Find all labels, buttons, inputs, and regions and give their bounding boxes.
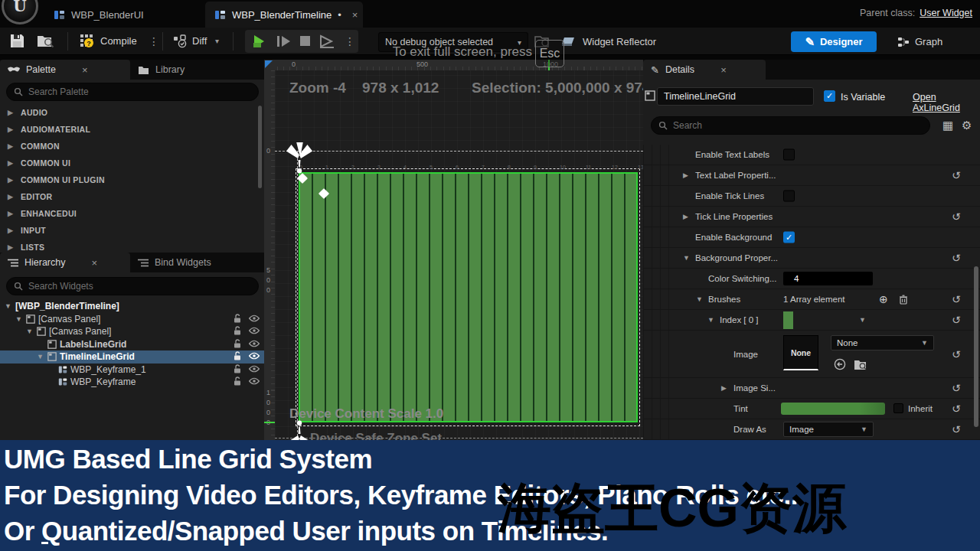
eye-icon[interactable]: [249, 315, 260, 322]
is-variable-checkbox[interactable]: ✓: [824, 90, 835, 102]
tab-library[interactable]: Library: [130, 60, 192, 80]
tab-details[interactable]: ✎ Details ×: [643, 60, 766, 80]
brush-color-swatch[interactable]: [783, 311, 793, 329]
widget-reflector-button[interactable]: Widget Reflector: [562, 31, 656, 52]
stop-button[interactable]: [300, 36, 310, 46]
lock-open-icon[interactable]: [234, 351, 241, 360]
tab-palette[interactable]: Palette ×: [0, 60, 130, 80]
property-value-input[interactable]: 4: [783, 272, 873, 285]
eye-icon[interactable]: [249, 340, 260, 347]
chevron-right-icon[interactable]: ▶: [8, 227, 14, 234]
chevron-down-icon[interactable]: ▼: [683, 254, 690, 262]
chevron-right-icon[interactable]: ▶: [8, 176, 14, 184]
lock-open-icon[interactable]: [234, 377, 241, 386]
hierarchy-row-canvas-panel[interactable]: ▼[Canvas Panel]: [0, 325, 264, 338]
save-button[interactable]: [9, 33, 25, 49]
hierarchy-row-wbp-keyframe-1[interactable]: WBP_Keyframe_1: [0, 364, 264, 377]
parent-class-link[interactable]: User Widget: [920, 8, 972, 18]
hierarchy-row-wbp-blendertimeline[interactable]: ▼[WBP_BlenderTimeline]: [0, 300, 264, 313]
add-element-icon[interactable]: ⊕: [879, 293, 888, 305]
palette-category-input[interactable]: ▶INPUT: [0, 222, 256, 239]
chevron-down-icon[interactable]: ▼: [707, 316, 714, 324]
graph-mode-button[interactable]: Graph: [897, 31, 942, 52]
chevron-right-icon[interactable]: ▶: [8, 159, 14, 167]
eye-icon[interactable]: [249, 365, 260, 373]
compile-button[interactable]: Compile: [100, 35, 137, 47]
reset-to-default-icon[interactable]: ↺: [952, 348, 961, 360]
property-checkbox[interactable]: ✓: [783, 232, 795, 243]
palette-category-editor[interactable]: ▶EDITOR: [0, 188, 256, 205]
lock-open-icon[interactable]: [234, 326, 241, 335]
chevron-right-icon[interactable]: ▶: [8, 109, 14, 116]
property-checkbox[interactable]: [783, 191, 795, 202]
chevron-right-icon[interactable]: ▶: [8, 210, 14, 217]
reset-to-default-icon[interactable]: ↺: [952, 314, 961, 326]
hierarchy-row-canvas-panel[interactable]: ▼[Canvas Panel]: [0, 313, 264, 326]
chevron-right-icon[interactable]: ▶: [8, 142, 14, 150]
tint-color-bar[interactable]: [781, 403, 885, 415]
chevron-down-icon[interactable]: ▼: [15, 315, 22, 323]
browse-asset-button[interactable]: [37, 34, 55, 48]
designer-canvas[interactable]: 05001000 05001000 Zoom -4 978 x 1,012 Se…: [264, 60, 643, 440]
use-selected-asset-icon[interactable]: [834, 358, 846, 370]
chevron-right-icon[interactable]: ▶: [8, 126, 14, 133]
reset-to-default-icon[interactable]: ↺: [952, 382, 961, 394]
chevron-down-icon[interactable]: ▼: [26, 328, 33, 335]
anchor-medallion-top-left[interactable]: [285, 142, 314, 174]
lock-open-icon[interactable]: [234, 339, 241, 348]
frame-skip-button[interactable]: [282, 36, 290, 47]
details-search-input[interactable]: Search: [651, 116, 930, 135]
unreal-logo[interactable]: U: [2, 0, 38, 24]
palette-category-enhancedui[interactable]: ▶ENHANCEDUI: [0, 205, 256, 222]
reset-to-default-icon[interactable]: ↺: [952, 293, 961, 305]
palette-category-common-ui[interactable]: ▶COMMON UI: [0, 155, 256, 171]
designer-mode-button[interactable]: ✎ Designer: [791, 31, 877, 52]
chevron-down-icon[interactable]: ▼: [37, 353, 44, 360]
eye-icon[interactable]: [249, 327, 260, 334]
palette-category-audio[interactable]: ▶AUDIO: [0, 104, 256, 121]
widget-name-input[interactable]: TimelineLineGrid: [657, 87, 814, 106]
chevron-right-icon[interactable]: ▶: [8, 243, 14, 251]
inherit-checkbox[interactable]: [893, 403, 903, 413]
reset-to-default-icon[interactable]: ↺: [952, 252, 961, 264]
chevron-down-icon[interactable]: ▼: [5, 302, 11, 310]
trash-icon[interactable]: [899, 295, 908, 305]
property-matrix-icon[interactable]: ▦: [942, 119, 953, 132]
close-icon[interactable]: ×: [720, 64, 727, 76]
chevron-right-icon[interactable]: ▶: [721, 384, 727, 392]
reset-to-default-icon[interactable]: ↺: [952, 169, 961, 181]
reset-to-default-icon[interactable]: ↺: [952, 403, 961, 415]
gear-icon[interactable]: ⚙: [962, 119, 972, 132]
image-asset-combo[interactable]: None▼: [831, 335, 934, 350]
hierarchy-row-labelslinegrid[interactable]: LabelsLineGrid: [0, 338, 264, 351]
hierarchy-row-wbp-keyframe[interactable]: WBP_Keyframe: [0, 376, 264, 389]
chevron-right-icon[interactable]: ▶: [683, 213, 688, 220]
palette-category-lists[interactable]: ▶LISTS: [0, 239, 256, 253]
reset-to-default-icon[interactable]: ↺: [952, 210, 961, 223]
open-parent-class-link[interactable]: Open AxLineGrid: [913, 92, 980, 113]
property-checkbox[interactable]: [783, 149, 795, 161]
eye-icon[interactable]: [249, 377, 260, 385]
image-thumbnail[interactable]: None: [783, 335, 818, 370]
asset-tab-wbp-blendertimeline[interactable]: WBP_BlenderTimeline • ×: [205, 2, 363, 28]
eye-icon[interactable]: [249, 352, 260, 360]
draw-as-combo[interactable]: Image▼: [783, 422, 874, 437]
close-icon[interactable]: ×: [82, 64, 88, 76]
chevron-down-icon[interactable]: ▼: [859, 316, 866, 324]
browse-asset-icon[interactable]: [854, 359, 867, 370]
hierarchy-row-timelinelinegrid[interactable]: ▼TimelineLineGrid: [0, 350, 264, 364]
lock-open-icon[interactable]: [234, 314, 241, 323]
chevron-down-icon[interactable]: ▾: [215, 37, 219, 45]
hierarchy-search-input[interactable]: Search Widgets: [6, 277, 259, 295]
reset-to-default-icon[interactable]: ↺: [952, 423, 961, 435]
compile-icon[interactable]: ?: [80, 34, 95, 49]
asset-tab-wbp-blenderui[interactable]: WBP_BlenderUI: [44, 3, 153, 26]
frame-skip-icon[interactable]: [277, 36, 279, 47]
lock-open-icon[interactable]: [234, 364, 241, 373]
chevron-right-icon[interactable]: ▶: [683, 171, 688, 179]
compile-options-icon[interactable]: ⋮: [149, 35, 159, 47]
chevron-down-icon[interactable]: ▼: [696, 295, 703, 303]
diff-button[interactable]: Diff: [192, 35, 207, 47]
chevron-right-icon[interactable]: ▶: [8, 193, 14, 201]
close-icon[interactable]: ×: [352, 9, 358, 21]
